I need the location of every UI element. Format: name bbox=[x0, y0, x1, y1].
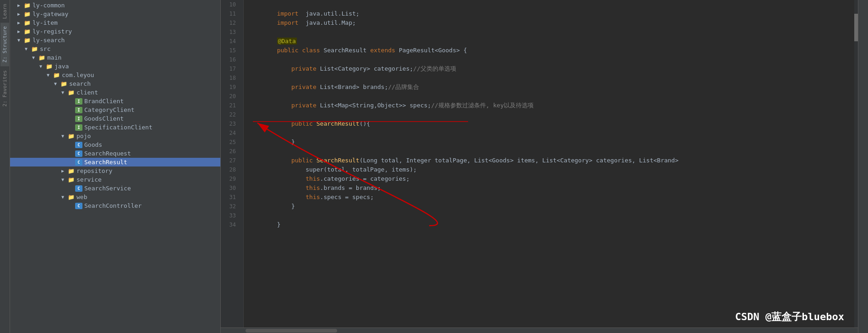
code-line-33: } bbox=[248, 211, 854, 220]
tab-structure[interactable]: Z: Structure bbox=[0, 22, 9, 66]
tree-item-searchservice[interactable]: C SearchService bbox=[10, 184, 220, 193]
code-editor[interactable]: import java.util.List; import java.util.… bbox=[244, 0, 854, 327]
tree-item-ly-gateway[interactable]: ▶ 📁 ly-gateway bbox=[10, 10, 220, 18]
tree-item-client[interactable]: ▼ 📁 client bbox=[10, 88, 220, 97]
code-line-16: private List<Category> categories;//父类的单… bbox=[248, 55, 854, 64]
tab-learn[interactable]: Learn bbox=[0, 0, 9, 22]
tab-favorites[interactable]: 2: Favorites bbox=[0, 67, 9, 110]
tree-item-repository[interactable]: ▶ 📁 repository bbox=[10, 166, 220, 175]
line-numbers: 10 11 12 13 14 15 16 17 18 19 20 21 22 2… bbox=[221, 0, 244, 327]
tree-item-ly-registry[interactable]: ▶ 📁 ly-registry bbox=[10, 27, 220, 36]
code-line-22: public SearchResult(){ bbox=[248, 110, 854, 119]
tree-item-goods[interactable]: C Goods bbox=[10, 140, 220, 149]
tree-item-brandclient[interactable]: I BrandClient bbox=[10, 97, 220, 105]
code-line-34 bbox=[248, 220, 854, 229]
code-line-10: import java.util.List; bbox=[248, 0, 854, 9]
tree-item-categoryclient[interactable]: I CategoryClient bbox=[10, 105, 220, 114]
bottom-scrollbar[interactable] bbox=[221, 327, 858, 333]
code-container: 10 11 12 13 14 15 16 17 18 19 20 21 22 2… bbox=[221, 0, 858, 327]
tree-item-specificationclient[interactable]: I SpecificationClient bbox=[10, 123, 220, 132]
tree-item-goodsclient[interactable]: I GoodsClient bbox=[10, 114, 220, 123]
tree-item-ly-item[interactable]: ▶ 📁 ly-item bbox=[10, 18, 220, 27]
scroll-thumb bbox=[854, 14, 858, 41]
tree-item-searchcontroller[interactable]: C SearchController bbox=[10, 201, 220, 210]
tree-item-src[interactable]: ▼ 📁 src bbox=[10, 44, 220, 53]
tree-item-web[interactable]: ▼ 📁 web bbox=[10, 193, 220, 201]
h-scroll-thumb bbox=[246, 329, 337, 333]
tree-item-search[interactable]: ▼ 📁 search bbox=[10, 79, 220, 88]
code-line-25 bbox=[248, 138, 854, 147]
tree-item-ly-search[interactable]: ▼ 📁 ly-search bbox=[10, 36, 220, 44]
tree-item-com-leyou[interactable]: ▼ 📁 com.leyou bbox=[10, 71, 220, 79]
right-sidebar bbox=[858, 0, 868, 333]
code-line-14: public class SearchResult extends PageRe… bbox=[248, 37, 854, 46]
code-line-13: @Data bbox=[248, 28, 854, 37]
tree-item-ly-common[interactable]: ▶ 📁 ly-common bbox=[10, 1, 220, 10]
code-line-24: } bbox=[248, 128, 854, 138]
code-line-18: private List<Brand> brands;//品牌集合 bbox=[248, 73, 854, 83]
code-line-20: private List<Map<String,Object>> specs;/… bbox=[248, 92, 854, 101]
file-tree-panel: ▶ 📁 ly-common ▶ 📁 ly-gateway ▶ 📁 ly-item… bbox=[10, 0, 221, 333]
editor-area: 10 11 12 13 14 15 16 17 18 19 20 21 22 2… bbox=[221, 0, 858, 333]
tree-item-pojo[interactable]: ▼ 📁 pojo bbox=[10, 132, 220, 140]
left-sidebar-tabs: Learn Z: Structure 2: Favorites bbox=[0, 0, 10, 333]
tree-item-java[interactable]: ▼ 📁 java bbox=[10, 62, 220, 71]
tree-item-searchresult[interactable]: C SearchResult bbox=[10, 158, 220, 166]
code-line-32 bbox=[248, 202, 854, 211]
right-scrollbar[interactable] bbox=[854, 0, 858, 327]
code-line-26: public SearchResult(Long total, Integer … bbox=[248, 147, 854, 156]
tree-item-main[interactable]: ▼ 📁 main bbox=[10, 53, 220, 62]
tree-item-searchrequest[interactable]: C SearchRequest bbox=[10, 149, 220, 158]
tree-item-service[interactable]: ▼ 📁 service bbox=[10, 175, 220, 184]
